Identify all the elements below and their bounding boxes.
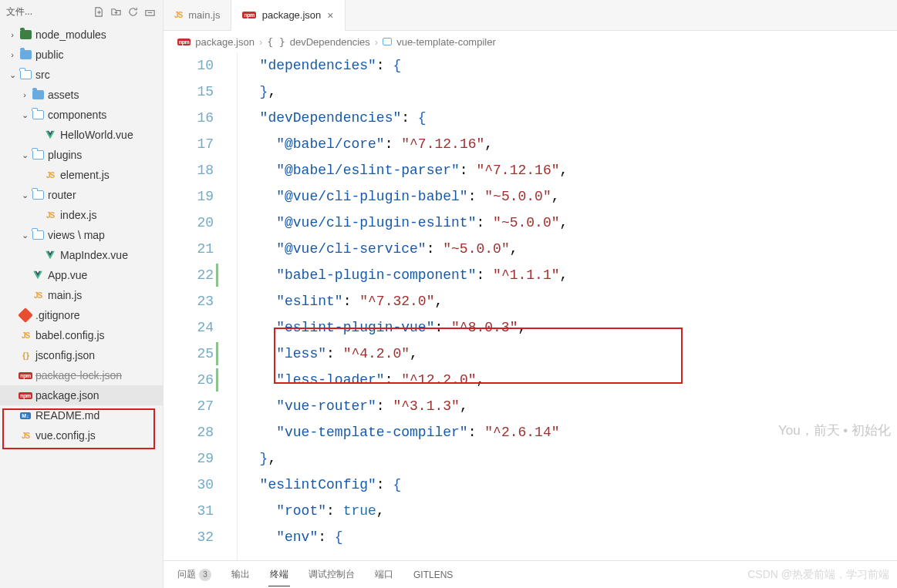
tree-item-appvue[interactable]: App.vue (0, 265, 163, 285)
new-folder-icon[interactable] (109, 5, 123, 18)
panel-ports[interactable]: 端口 (373, 563, 395, 586)
chevron-right-icon: › (375, 36, 378, 48)
vue-icon (45, 129, 56, 140)
folder-open-icon (32, 190, 44, 200)
tree-item-helloworld[interactable]: HelloWorld.vue (0, 125, 163, 145)
breadcrumb-item[interactable]: devDependencies (290, 36, 370, 48)
folder-open-icon (20, 70, 32, 79)
tree-item-readme[interactable]: M↓README.md (0, 405, 163, 425)
js-icon: JS (46, 211, 54, 220)
folder-open-icon (32, 150, 44, 160)
tree-item-mainjs[interactable]: JSmain.js (0, 285, 163, 305)
tree-item-router[interactable]: ⌄router (0, 185, 163, 205)
js-icon: JS (174, 11, 182, 19)
tree-item-gitignore[interactable]: .gitignore (0, 305, 163, 325)
tree-item-views[interactable]: ⌄views \ map (0, 225, 163, 245)
js-icon: JS (22, 432, 29, 440)
panel-debug[interactable]: 调试控制台 (307, 563, 356, 586)
tab-packagejson[interactable]: npm package.json × (231, 0, 345, 31)
code-editor[interactable]: 10151617181920212223242526272829303132 "… (164, 52, 897, 560)
close-icon[interactable]: × (327, 9, 333, 22)
breadcrumb[interactable]: npm package.json › { } devDependencies ›… (164, 31, 897, 52)
braces-icon: { } (267, 36, 285, 48)
refresh-icon[interactable] (126, 5, 140, 18)
file-explorer-sidebar: 文件... ›node_modules ›public ⌄src ›assets… (0, 0, 164, 588)
breadcrumb-item[interactable]: package.json (195, 36, 255, 48)
sidebar-header: 文件... (0, 0, 163, 23)
breadcrumb-item[interactable]: vue-template-compiler (396, 36, 496, 48)
tree-item-assets[interactable]: ›assets (0, 85, 163, 105)
npm-icon: npm (19, 392, 32, 399)
npm-icon: npm (19, 372, 32, 379)
git-icon (18, 307, 33, 323)
editor-area: JS main.js npm package.json × npm packag… (164, 0, 897, 588)
panel-output[interactable]: 输出 (230, 563, 251, 586)
count-badge: 3 (199, 569, 211, 581)
vue-icon (32, 270, 43, 281)
chevron-right-icon: › (259, 36, 262, 48)
md-icon: M↓ (20, 412, 30, 419)
tree-item-pkglock[interactable]: npmpackage-lock.json (0, 365, 163, 385)
tree-item-pkg[interactable]: npmpackage.json (0, 385, 163, 405)
folder-icon (20, 30, 32, 39)
folder-open-icon (32, 110, 44, 119)
tree-item-vueconfig[interactable]: JSvue.config.js (0, 425, 163, 445)
panel-problems[interactable]: 问题3 (176, 563, 213, 586)
gitlens-blame: You，前天 • 初始化 (778, 418, 891, 444)
js-icon: JS (22, 331, 29, 340)
tree-item-elementjs[interactable]: JSelement.js (0, 165, 163, 185)
code-content[interactable]: "dependencies": { }, "devDependencies": … (237, 52, 897, 560)
tree-item-mapindex[interactable]: MapIndex.vue (0, 245, 163, 265)
tree-item-plugins[interactable]: ⌄plugins (0, 145, 163, 165)
tree-item-jsconfig[interactable]: { }jsconfig.json (0, 345, 163, 365)
tree-item-indexjs[interactable]: JSindex.js (0, 205, 163, 225)
folder-icon (32, 90, 44, 99)
panel-terminal[interactable]: 终端 (268, 563, 290, 586)
panel-gitlens[interactable]: GITLENS (412, 565, 454, 585)
vue-icon (45, 250, 56, 260)
sidebar-title: 文件... (6, 5, 32, 18)
bottom-panel-tabs: 问题3 输出 终端 调试控制台 端口 GITLENS (164, 560, 897, 588)
tab-bar: JS main.js npm package.json × (164, 0, 897, 31)
tree-item-public[interactable]: ›public (0, 45, 163, 65)
line-gutter: 10151617181920212223242526272829303132 (164, 52, 237, 560)
tree-item-node-modules[interactable]: ›node_modules (0, 25, 163, 45)
file-tree: ›node_modules ›public ⌄src ›assets ⌄comp… (0, 23, 163, 447)
npm-icon: npm (177, 39, 191, 45)
new-file-icon[interactable] (92, 5, 106, 18)
json-icon: { } (22, 351, 29, 360)
tree-item-babel[interactable]: JSbabel.config.js (0, 325, 163, 345)
symbol-icon (383, 38, 392, 45)
js-icon: JS (46, 171, 54, 180)
tree-item-components[interactable]: ⌄components (0, 105, 163, 125)
folder-open-icon (32, 230, 44, 240)
tab-mainjs[interactable]: JS main.js (164, 0, 231, 30)
npm-icon: npm (242, 12, 255, 18)
folder-icon (20, 50, 32, 59)
tree-item-src[interactable]: ⌄src (0, 65, 163, 85)
collapse-icon[interactable] (143, 5, 157, 18)
js-icon: JS (34, 291, 42, 300)
